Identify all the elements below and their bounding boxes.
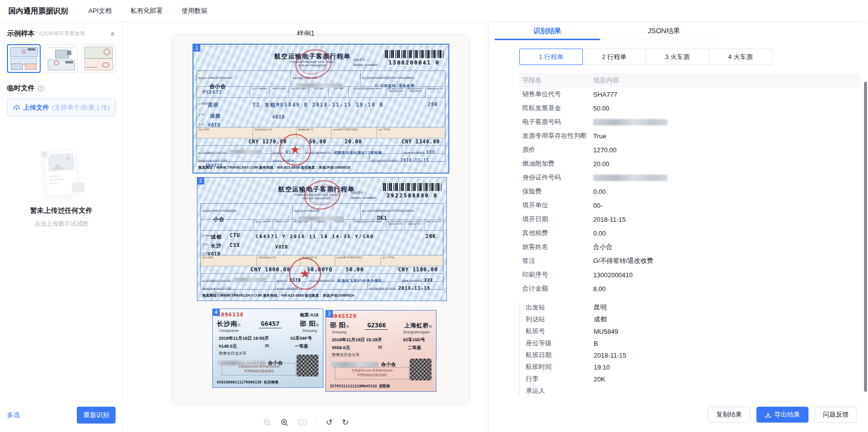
zoom-out-icon[interactable] bbox=[263, 419, 271, 427]
red-star-stamp-icon: ★ bbox=[289, 258, 321, 290]
red-star-stamp-icon: ★ bbox=[279, 134, 311, 166]
result-tabs: 识别结果 JSON结果 bbox=[489, 22, 722, 40]
field-value: True bbox=[593, 132, 606, 140]
field-value: 20K bbox=[594, 375, 605, 383]
detected-region-itinerary-1[interactable]: 1 航空运输电子客票行程单 ITINERARY/RECEIPT OF E-TIC… bbox=[192, 44, 449, 174]
sample-thumbnail-1[interactable] bbox=[7, 44, 41, 73]
subfield-row: 航班时间 19:10 bbox=[520, 361, 861, 373]
field-value: 合小合 bbox=[593, 243, 613, 251]
field-row: 填开单位 00- bbox=[519, 198, 861, 212]
field-label: 保险费 bbox=[522, 187, 593, 196]
upload-hint: (支持单个/批量上传) bbox=[52, 103, 110, 112]
column-field-value: 信息内容 bbox=[593, 76, 619, 85]
subfield-row: 座位等级 B bbox=[520, 337, 861, 349]
collapse-up-icon[interactable] bbox=[110, 31, 116, 37]
field-value: 13002000410 bbox=[593, 271, 633, 279]
field-label: 合计金额 bbox=[522, 284, 593, 293]
field-value: 00- bbox=[593, 202, 603, 209]
sample-thumbnail-2[interactable] bbox=[45, 44, 78, 73]
sample-thumbnail-3[interactable] bbox=[82, 44, 116, 73]
tab-json-result[interactable]: JSON结果 bbox=[606, 22, 722, 40]
field-row: 票价 1270.00 bbox=[519, 143, 861, 157]
field-label: 民航发展基金 bbox=[522, 104, 593, 113]
info-icon[interactable] bbox=[38, 85, 44, 92]
viewer-toolbar: 1:1 ↺ ↻ bbox=[263, 419, 349, 427]
field-row: 印刷序号 13002000410 bbox=[519, 268, 861, 282]
field-value: 19:10 bbox=[594, 364, 610, 371]
subfield-row: 行李 20K bbox=[520, 373, 861, 385]
upload-files-button[interactable]: 上传文件 (支持单个/批量上传) bbox=[7, 99, 116, 117]
field-label: 发票专用章存在性判断 bbox=[522, 131, 593, 140]
field-value: 20.00 bbox=[593, 160, 610, 168]
zoom-in-icon[interactable] bbox=[280, 419, 288, 427]
field-row: 发票专用章存在性判断 True bbox=[519, 129, 861, 143]
detected-region-train-ticket-4[interactable]: 4 K096138 检票:A18 长沙南站 G6457 邵 阳站 Changsh… bbox=[212, 309, 323, 388]
field-value: 昆明 bbox=[594, 303, 607, 312]
field-row: 电子客票号码 bbox=[519, 115, 861, 129]
empty-title: 暂未上传过任何文件 bbox=[0, 206, 123, 215]
field-label: 承运人 bbox=[526, 386, 594, 395]
field-value: G/不得签转/退改收费 bbox=[593, 256, 653, 265]
samples-hint: *点击样例可查看效果 bbox=[36, 30, 110, 37]
field-label: 票价 bbox=[522, 145, 593, 154]
result-segment[interactable]: 4 火车票 bbox=[709, 49, 772, 65]
region-badge: 3 bbox=[325, 310, 333, 317]
top-navbar: 国内通用票据识别 API文档 私有化部署 使用数据 bbox=[0, 0, 868, 22]
copy-result-button[interactable]: 复制结果 bbox=[708, 407, 750, 423]
result-segment[interactable]: 1 行程单 bbox=[519, 49, 583, 65]
rotate-right-icon[interactable]: ↻ bbox=[342, 419, 349, 427]
field-label: 航班号 bbox=[526, 327, 594, 336]
nav-item[interactable]: 私有化部署 bbox=[130, 6, 163, 15]
result-segment[interactable]: 2 行程单 bbox=[582, 49, 646, 65]
field-label: 销售单位代号 bbox=[522, 90, 593, 99]
field-label: 出发站 bbox=[526, 303, 594, 312]
document-viewer: 样例1 1 航空运输电子客票行程单 ITINERARY/RECEIPT OF E… bbox=[123, 22, 489, 432]
scanned-page: 1 航空运输电子客票行程单 ITINERARY/RECEIPT OF E-TIC… bbox=[174, 36, 468, 403]
barcode bbox=[385, 50, 443, 58]
feedback-button[interactable]: 问题反馈 bbox=[814, 407, 857, 423]
qr-code bbox=[410, 359, 432, 380]
reidentify-button[interactable]: 重新识别 bbox=[77, 407, 116, 424]
field-row: 填开日期 2018-11-15 bbox=[519, 212, 861, 226]
sidebar: 示例样本 *点击样例可查看效果 bbox=[0, 22, 123, 432]
field-value: 0.00 bbox=[593, 230, 606, 237]
results-panel: 识别结果 JSON结果 1 行程单 2 行程单 3 火车票 4 火车票 字段名 … bbox=[489, 22, 868, 432]
field-row: 销售单位代号 SHA777 bbox=[519, 87, 861, 101]
field-row: 其他税费 0.00 bbox=[519, 226, 861, 240]
result-segment[interactable]: 3 火车票 bbox=[646, 49, 709, 65]
field-row: 民航发展基金 50.00 bbox=[519, 101, 861, 115]
rotate-left-icon[interactable]: ↺ bbox=[326, 419, 332, 427]
field-label: 旅客姓名 bbox=[522, 243, 593, 251]
field-value: 2018-11-15 bbox=[594, 352, 626, 359]
nav-item[interactable]: 使用数据 bbox=[182, 6, 207, 15]
field-value: 0.00 bbox=[593, 188, 606, 195]
subfield-row: 承运人 bbox=[520, 385, 861, 397]
field-label: 行李 bbox=[526, 374, 594, 383]
result-segments: 1 行程单 2 行程单 3 火车票 4 火车票 bbox=[519, 49, 772, 65]
export-result-button[interactable]: 导出结果 bbox=[756, 407, 808, 423]
field-label: 航班日期 bbox=[526, 351, 594, 360]
field-row: 燃油附加费 20.00 bbox=[519, 157, 861, 171]
empty-state: ! 暂未上传过任何文件 点击上传图片试试吧 bbox=[0, 149, 123, 228]
detected-region-train-ticket-3[interactable]: 3 M045529 邵 阳站 G2366 上海虹桥站 ShaoyangShang… bbox=[325, 310, 436, 392]
field-row: 身份证件号码 bbox=[519, 171, 861, 185]
field-label: 印刷序号 bbox=[522, 270, 593, 279]
region-badge: 2 bbox=[197, 177, 204, 185]
field-value: 8.00 bbox=[593, 285, 606, 293]
subfield-row: 航班号 MU5849 bbox=[520, 325, 861, 337]
field-label: 航班时间 bbox=[526, 363, 594, 371]
barcode bbox=[383, 183, 441, 191]
field-value: 成都 bbox=[594, 315, 607, 324]
subfield-row: 到达站 成都 bbox=[520, 313, 861, 325]
panel-scrollbar[interactable] bbox=[864, 82, 867, 392]
redacted-value bbox=[593, 119, 668, 125]
nav-item[interactable]: API文档 bbox=[88, 6, 112, 15]
multi-select-link[interactable]: 多选 bbox=[7, 411, 20, 420]
subfield-row: 出发站 昆明 bbox=[520, 302, 861, 313]
detected-region-itinerary-2[interactable]: 2 航空运输电子客票行程单 ITINERARY/RECEIPT OF E-TIC… bbox=[197, 177, 447, 301]
field-value: 2018-11-15 bbox=[593, 216, 626, 223]
tab-recognition-result[interactable]: 识别结果 bbox=[489, 22, 606, 40]
zoom-actual-size-icon[interactable]: 1:1 bbox=[298, 419, 307, 427]
upload-label: 上传文件 bbox=[23, 103, 49, 112]
page-title: 国内通用票据识别 bbox=[8, 6, 68, 16]
